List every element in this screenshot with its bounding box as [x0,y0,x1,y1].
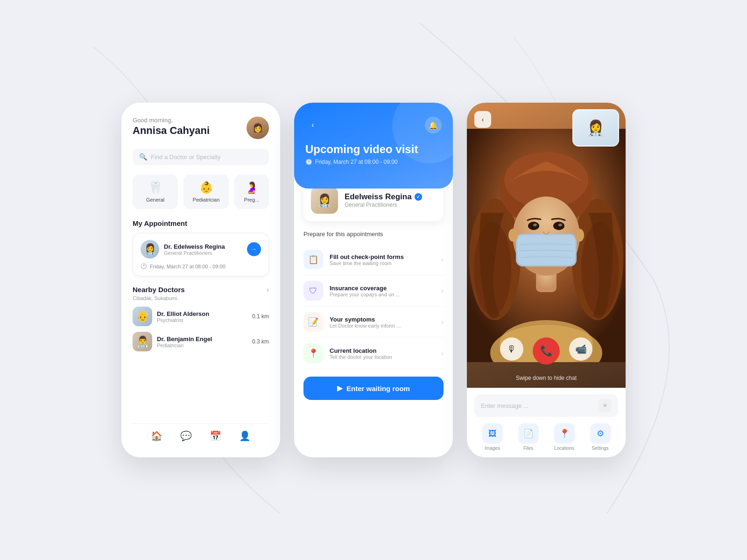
settings-label: Settings [592,446,608,451]
appointment-doc-name: Dr. Edelweiss Regina [164,243,225,250]
forms-icon: 📋 [303,250,323,269]
category-pregnancy[interactable]: 🤰 Preg... [234,175,269,209]
nearby-doc-1[interactable]: 👴 Dr. Elliot Alderson Psychiatrist 0.1 k… [133,307,269,326]
appointment-section-title: My Appointment [133,219,269,227]
appointment-doc-info: 👩‍⚕️ Dr. Edelweiss Regina General Practi… [141,240,225,259]
categories-row: 🦷 General 👶 Pediatrician 🤰 Preg... [133,175,269,209]
avatar-image: 👩 [247,117,269,139]
chat-area: Enter message ... ✕ 🖼 Images 📄 Files 📍 L… [467,388,626,457]
prep-item-symptoms[interactable]: 📝 Your symptoms Let Doctor know early in… [303,307,444,338]
prep-item-location[interactable]: 📍 Current location Tell the doctor your … [303,338,444,369]
doctor-avatar: 👩‍⚕️ [311,187,338,214]
video-back-button[interactable]: ‹ [474,111,491,128]
clock-icon-2: 🕐 [305,159,312,165]
send-button[interactable]: ✕ [599,399,612,412]
location-icon: 📍 [554,423,575,444]
pregnancy-label: Preg... [244,197,259,203]
nearby-section-title: Nearby Doctors [133,286,185,294]
user-name: Annisa Cahyani [133,125,210,137]
nearby-doc-1-distance: 0.1 km [252,313,269,320]
search-bar[interactable]: 🔍 Find a Doctor or Specialty [133,148,269,165]
greeting-text: Good morning, [133,117,210,124]
nav-profile[interactable]: 👤 [239,430,251,441]
action-locations[interactable]: 📍 Locations [554,423,575,451]
appointment-doc-specialty: General Practitioners [164,250,225,256]
svg-point-11 [528,222,539,230]
pip-doctor-view: 👩‍⚕️ [572,109,619,147]
location-subtitle: Tell the doctor your location [330,354,435,360]
phone-home: Good morning, Annisa Cahyani 👩 🔍 Find a … [121,103,280,457]
calendar-icon: 📅 [210,430,221,441]
doctor-name-p2: Edelweiss Regina ✓ [345,192,422,202]
nearby-doc-2-specialty: Pediatrician [157,343,247,348]
chat-actions-row: 🖼 Images 📄 Files 📍 Locations ⚙ Settings [474,423,618,451]
back-chevron-icon: ‹ [482,116,484,123]
nav-chat[interactable]: 💬 [180,430,192,441]
message-placeholder: Enter message ... [481,402,595,409]
forms-title: Fill out check-point forms [330,253,435,260]
message-input-area[interactable]: Enter message ... ✕ [474,394,618,417]
symptoms-icon: 📝 [303,312,323,332]
chat-icon: 💬 [180,430,192,441]
images-label: Images [485,446,500,451]
avatar[interactable]: 👩 [247,117,269,139]
camera-button[interactable]: 📹 [569,337,592,361]
nearby-doc-1-specialty: Psychiatrist [157,317,247,323]
nearby-doc-1-name: Dr. Elliot Alderson [157,310,247,317]
home-header: Good morning, Annisa Cahyani 👩 [133,117,269,139]
images-icon: 🖼 [482,423,503,444]
location-title: Current location [330,347,435,354]
insurance-subtitle: Prepare your copays and un ... [330,292,435,297]
enter-waiting-room-button[interactable]: ▶ Enter waiting room [303,377,444,400]
svg-point-12 [553,222,564,230]
pip-doctor-image: 👩‍⚕️ [573,110,618,146]
appointment-datetime: Friday, March 27 at 08:00 - 09:00 [315,159,398,165]
svg-point-18 [575,229,584,242]
nearby-doc-2[interactable]: 👨‍⚕️ Dr. Benjamin Engel Pediatrician 0.3… [133,332,269,351]
svg-point-14 [558,224,562,226]
category-pediatrician[interactable]: 👶 Pediatrician [183,175,229,209]
action-settings[interactable]: ⚙ Settings [590,423,611,451]
action-images[interactable]: 🖼 Images [482,423,503,451]
appointment-header: ‹ 🔔 Upcoming video visit 🕐 Friday, March… [294,103,453,189]
files-label: Files [523,446,533,451]
appointment-body: 👩‍⚕️ Edelweiss Regina ✓ General Practiti… [294,179,453,409]
greeting-block: Good morning, Annisa Cahyani [133,117,210,137]
location-arrow: › [441,350,444,357]
forms-arrow: › [441,256,444,263]
verified-icon: ✓ [415,193,422,201]
appointment-time: Friday, March 27 at 08:00 - 09:00 [150,264,226,269]
nav-home[interactable]: 🏠 [151,430,162,441]
prep-item-forms[interactable]: 📋 Fill out check-point forms Save time t… [303,244,444,275]
appointment-card[interactable]: 👩‍⚕️ Dr. Edelweiss Regina General Practi… [133,233,269,276]
insurance-title: Insurance coverage [330,285,435,292]
forms-subtitle: Save time the waiting room [330,260,435,266]
prep-item-insurance[interactable]: 🛡 Insurance coverage Prepare your copays… [303,275,444,307]
nearby-doc-2-avatar: 👨‍⚕️ [133,332,152,351]
general-icon: 🦷 [148,181,162,194]
nearby-see-all[interactable]: › [267,286,269,294]
nearby-doc-2-name: Dr. Benjamin Engel [157,336,247,343]
nearby-location: Cibadak, Sukabumi. [133,295,269,301]
nav-calendar[interactable]: 📅 [210,430,221,441]
back-button[interactable]: ‹ [305,118,320,133]
phone-video-call: ‹ 👩‍⚕️ 🎙 📞 📹 Swipe down to hide chat [467,103,626,457]
action-files[interactable]: 📄 Files [518,423,539,451]
pregnancy-icon: 🤰 [245,181,259,194]
doctor-specialty-p2: General Practitioners [345,202,422,208]
video-area: ‹ 👩‍⚕️ 🎙 📞 📹 Swipe down to hide chat [467,103,626,388]
pediatrician-icon: 👶 [199,181,213,194]
settings-icon: ⚙ [590,423,611,444]
location-icon-prep: 📍 [303,343,323,363]
phone-appointment: ‹ 🔔 Upcoming video visit 🕐 Friday, March… [294,103,453,457]
category-general[interactable]: 🦷 General [133,175,178,209]
swipe-hint: Swipe down to hide chat [467,375,626,381]
phones-container: Good morning, Annisa Cahyani 👩 🔍 Find a … [121,103,626,457]
appointment-arrow[interactable]: → [247,242,261,256]
call-controls: 🎙 📞 📹 [467,337,626,364]
mute-button[interactable]: 🎙 [500,337,523,361]
search-placeholder-text: Find a Doctor or Specialty [151,154,221,161]
general-label: General [146,197,164,203]
pediatrician-label: Pediatrician [193,197,219,203]
end-call-button[interactable]: 📞 [533,337,560,364]
